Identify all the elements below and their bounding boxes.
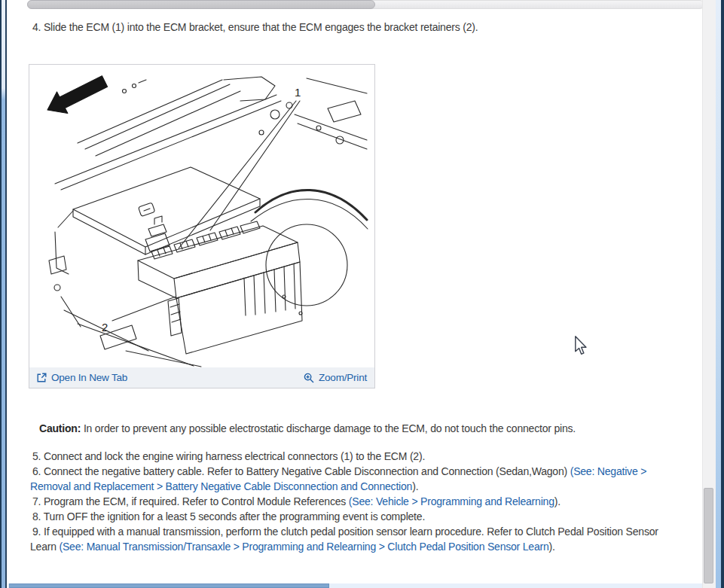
top-horizontal-scrollbar-thumb[interactable] bbox=[27, 0, 375, 9]
bottom-horizontal-scrollbar-thumb[interactable] bbox=[9, 583, 329, 588]
zoom-print-label: Zoom/Print bbox=[319, 372, 367, 383]
figure-panel: 1 2 Open In New Tab bbox=[29, 64, 375, 388]
step-9-text-wrap: Learn (See: Manual Transmission/Transaxl… bbox=[30, 539, 704, 554]
see-battery-negative-cable-link-2[interactable]: Removal and Replacement > Battery Negati… bbox=[30, 480, 412, 492]
open-in-new-tab-icon bbox=[37, 373, 47, 382]
step-8-text: 8. Turn OFF the ignition for a least 5 s… bbox=[30, 509, 704, 524]
direction-arrow-icon bbox=[47, 76, 108, 114]
caution-body: In order to prevent any possible electro… bbox=[84, 422, 576, 434]
vertical-scrollbar-thumb[interactable] bbox=[704, 488, 713, 583]
zoom-print-link[interactable]: Zoom/Print bbox=[304, 372, 367, 383]
caution-label: Caution: bbox=[39, 422, 81, 434]
mouse-cursor bbox=[575, 336, 587, 355]
step-6-text: 6. Connect the negative battery cable. R… bbox=[30, 464, 704, 479]
see-clutch-pedal-learn-link[interactable]: (See: Manual Transmission/Transaxle > Pr… bbox=[60, 541, 549, 553]
see-battery-negative-cable-link[interactable]: (See: Negative > bbox=[570, 465, 646, 477]
step-9-text: 9. If equipped with a manual transmissio… bbox=[30, 524, 704, 539]
open-in-new-tab-link[interactable]: Open In New Tab bbox=[37, 372, 127, 383]
window-frame-left-inner bbox=[5, 0, 7, 588]
figure-callout-1: 1 bbox=[295, 86, 301, 99]
zoom-icon bbox=[304, 373, 314, 383]
open-in-new-tab-label: Open In New Tab bbox=[51, 372, 127, 383]
see-programming-relearning-link[interactable]: (See: Vehicle > Programming and Relearni… bbox=[349, 495, 554, 507]
ecm-diagram: 1 2 bbox=[35, 71, 368, 367]
figure-toolbar: Open In New Tab Zoom/Print bbox=[29, 367, 374, 388]
figure-callout-2: 2 bbox=[102, 321, 108, 334]
step-6-text-wrap: Removal and Replacement > Battery Negati… bbox=[30, 479, 704, 494]
caution-text: Caution: In order to prevent any possibl… bbox=[39, 421, 687, 436]
step-7-text: 7. Program the ECM, if required. Refer t… bbox=[30, 494, 704, 509]
steps-list: 5. Connect and lock the engine wiring ha… bbox=[30, 449, 704, 554]
step-4-text: 4. Slide the ECM (1) into the ECM bracke… bbox=[30, 20, 695, 35]
right-frame-scroll-strip[interactable] bbox=[716, 0, 721, 588]
app-window: 4. Slide the ECM (1) into the ECM bracke… bbox=[0, 0, 724, 588]
window-frame-right bbox=[721, 0, 724, 588]
step-5-text: 5. Connect and lock the engine wiring ha… bbox=[30, 449, 704, 464]
